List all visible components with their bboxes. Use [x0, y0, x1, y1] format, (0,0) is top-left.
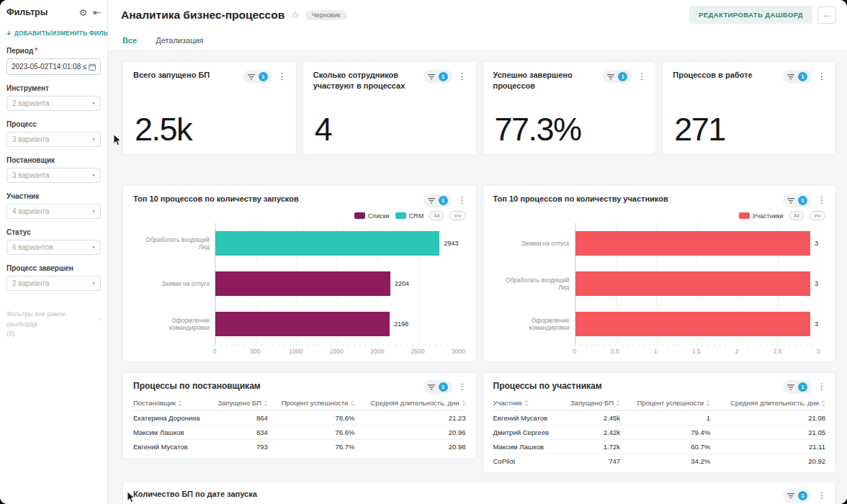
kebab-menu-icon[interactable]: ⋮ [815, 71, 828, 81]
filter-label-process: Процесс [6, 120, 101, 128]
widget-filter-button[interactable]: 1 [424, 194, 452, 207]
bar-value-label: 3 [815, 280, 818, 287]
sort-icon [821, 400, 825, 406]
kebab-menu-icon[interactable]: ⋮ [456, 382, 469, 392]
filter-label-completed: Процесс завершен [6, 264, 101, 272]
kebab-menu-icon[interactable]: ⋮ [815, 195, 828, 205]
table-row: Евгений Мусатов2.45k121.08 [493, 411, 826, 426]
kebab-menu-icon[interactable]: ⋮ [815, 490, 828, 500]
y-axis-category-labels: Заявки на отпуск Обработать входящий Лид… [493, 223, 575, 344]
instrument-select[interactable]: 2 варианта ▾ [6, 96, 101, 111]
widget-filter-button[interactable]: 1 [243, 70, 272, 84]
kpi-row: Всего запущено БП 1 ⋮ 2.5k Сколько [122, 61, 836, 155]
page-title: Аналитика бизнес-процессов [121, 9, 284, 22]
kpi-card-success-rate: Успешно завершено процессов 1 ⋮ 77.3% [483, 61, 657, 155]
filter-label-initiator: Постановщик [6, 156, 101, 164]
widget-filter-button[interactable]: 1 [783, 489, 812, 503]
column-header[interactable]: Запущено БП [207, 395, 268, 411]
filter-icon [787, 384, 794, 390]
filters-sidebar: Фильтры ⚙ ⇤ + ДОБАВИТЬ/ИЗМЕНИТЬ ФИЛЬТРЫ … [0, 0, 108, 504]
filter-count-badge: 1 [439, 382, 448, 392]
widget-filter-button[interactable]: 1 [783, 194, 812, 207]
column-header[interactable]: Средняя длительность, дни [354, 395, 465, 411]
initiators-table: Постановщик Запущено БП Процент успешнос… [133, 395, 466, 454]
widget-filter-button[interactable]: 1 [424, 70, 452, 84]
column-header[interactable]: Процент успешности [268, 395, 355, 411]
tab-details[interactable]: Детализация [154, 32, 205, 52]
legend-swatch [739, 212, 750, 219]
chevron-down-icon: ▾ [92, 136, 95, 143]
status-select[interactable]: 6 вариантов ▾ [6, 240, 101, 255]
filter-count-badge: 1 [618, 72, 627, 81]
column-header[interactable]: Средняя длительность, дни [710, 395, 825, 411]
bar-participants [575, 271, 810, 296]
widget-filter-button[interactable]: 1 [603, 70, 632, 84]
legend-item-spiski[interactable]: Списки [354, 212, 390, 220]
bar-participants [575, 312, 810, 336]
more-options-button[interactable]: … [817, 6, 836, 24]
participant-select[interactable]: 4 варианта ▾ [6, 204, 101, 219]
legend-all-button[interactable]: All [429, 211, 444, 220]
kebab-menu-icon[interactable]: ⋮ [456, 195, 469, 205]
chart-top10-participants: Топ 10 процессов по количеству участнико… [483, 185, 837, 362]
initiator-select[interactable]: 3 варианта ▾ [6, 168, 101, 183]
filter-icon [248, 74, 255, 80]
legend-item-participants[interactable]: Участники [739, 212, 784, 220]
favorite-star-icon[interactable]: ☆ [291, 9, 300, 20]
widget-filter-button[interactable]: 1 [424, 380, 452, 394]
legend-all-button[interactable]: All [789, 211, 804, 220]
column-header[interactable]: Участник [493, 395, 557, 411]
kpi-value: 4 [303, 113, 476, 154]
kpi-value: 271 [663, 113, 835, 154]
column-header[interactable]: Запущено БП [557, 395, 620, 411]
kebab-menu-icon[interactable]: ⋮ [635, 71, 648, 81]
table-row: Евгений Мусатов79376.7%20.98 [133, 440, 466, 454]
sort-icon [524, 400, 529, 406]
add-edit-filters-link[interactable]: + ДОБАВИТЬ/ИЗМЕНИТЬ ФИЛЬТРЫ [6, 29, 101, 37]
legend-inv-button[interactable]: Inv [449, 211, 465, 220]
legend-item-crm[interactable]: CRM [395, 212, 424, 220]
sort-icon [178, 400, 182, 406]
filter-label-period: Период* [6, 47, 101, 55]
widget-filter-button[interactable]: 1 [783, 70, 812, 84]
calendar-icon [89, 63, 96, 71]
kebab-menu-icon[interactable]: ⋮ [815, 382, 828, 392]
chevron-down-icon: ▾ [92, 172, 95, 179]
period-date-input[interactable]: 2023-05-02T14:01:08 ≤ … [6, 58, 101, 75]
chevron-down-icon: ▾ [92, 100, 95, 107]
process-select[interactable]: 3 варианта ▾ [6, 132, 101, 147]
table-by-initiators: Процессы по постановщикам 1 ⋮ П [122, 372, 477, 459]
participants-table: Участник Запущено БП Процент успешности … [493, 395, 826, 468]
widget-title: Успешно завершено процессов [493, 70, 604, 91]
filter-count-badge: 1 [798, 196, 807, 205]
chart-top10-launches: Топ 10 процессов по количеству запусков … [122, 185, 477, 362]
collapse-sidebar-icon[interactable]: ⇤ [93, 8, 101, 17]
filters-outside-count: (0) [6, 329, 101, 339]
process-completed-select[interactable]: 2 варианта ▾ [6, 276, 101, 291]
gear-icon[interactable]: ⚙ [79, 8, 87, 17]
widget-title: Всего запущено БП [133, 70, 243, 81]
sort-icon [350, 400, 354, 406]
tab-all[interactable]: Все [121, 32, 138, 52]
filters-outside-dashboard-link[interactable]: Фильтры вне рамок дашборда › (0) [6, 310, 101, 339]
column-header[interactable]: Постановщик [133, 395, 207, 411]
tables-row: Процессы по постановщикам 1 ⋮ П [122, 372, 836, 473]
legend-swatch [354, 212, 365, 219]
table-by-participants: Процессы по участникам 1 ⋮ Учас [483, 372, 837, 473]
column-header[interactable]: Процент успешности [620, 395, 710, 411]
widget-title: Процессы по участникам [493, 380, 784, 392]
kebab-menu-icon[interactable]: ⋮ [456, 71, 469, 81]
edit-dashboard-button[interactable]: РЕДАКТИРОВАТЬ ДАШБОРД [689, 6, 812, 24]
widget-title: Процессов в работе [673, 70, 783, 81]
filter-count-badge: 1 [439, 72, 448, 81]
filter-icon [787, 493, 794, 499]
dashboard-content: Всего запущено БП 1 ⋮ 2.5k Сколько [108, 50, 847, 504]
bar-spiski [215, 312, 390, 336]
filter-label-participant: Участник [6, 192, 101, 200]
kebab-menu-icon[interactable]: ⋮ [276, 71, 289, 81]
filter-label-status: Статус [6, 228, 101, 236]
widget-filter-button[interactable]: 1 [783, 380, 812, 394]
sort-icon [462, 400, 466, 406]
legend-inv-button[interactable]: Inv [810, 211, 825, 220]
x-axis: 0 500 1000 1500 2000 2500 3000 [215, 344, 459, 356]
